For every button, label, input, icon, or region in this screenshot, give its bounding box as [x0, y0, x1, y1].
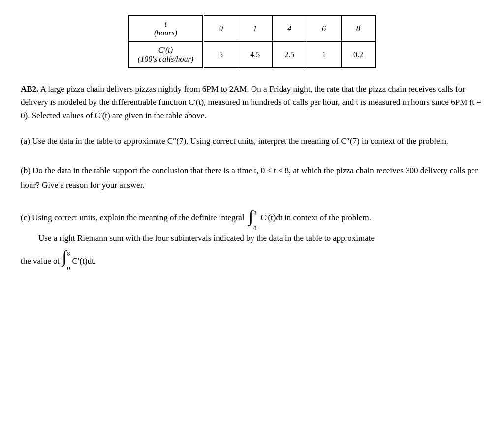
part-c-line3: the value of ∫ 8 0 C′(t)dt. [21, 249, 483, 268]
col-4: 4 [272, 15, 307, 42]
problem-label: AB2. [21, 84, 38, 94]
integral-symbol-c2: ∫ [62, 250, 66, 263]
row-header-cell: C′(t) (100′s calls/hour) [128, 42, 203, 68]
row-header-units: (100′s calls/hour) [138, 55, 193, 63]
part-c-line3-pre: the value of [21, 254, 60, 268]
val-6: 1 [307, 42, 341, 68]
val-1: 4.5 [238, 42, 272, 68]
part-c-block: (c) Using correct units, explain the mea… [21, 208, 483, 268]
row-header-cprime: C′(t) [158, 46, 173, 54]
val-4: 2.5 [272, 42, 307, 68]
integral-symbol-c: ∫ [249, 209, 253, 223]
part-b-text: Do the data in the table support the con… [21, 166, 478, 190]
part-b-block: (b) Do the data in the table support the… [21, 164, 483, 193]
part-c-line1-post: C′(t)dt in context of the problem. [260, 213, 371, 222]
part-a-block: (a) Use the data in the table to approxi… [21, 134, 483, 149]
part-a-text: Use the data in the table to approximate… [30, 136, 448, 146]
integral-lower-c2: 0 [67, 264, 70, 273]
col-header-cell: t (hours) [128, 15, 203, 42]
col-6: 6 [307, 15, 341, 42]
data-table: t (hours) 0 1 4 6 8 C′(t) (100′s calls/h… [128, 15, 376, 68]
col-1: 1 [238, 15, 272, 42]
problem-text: A large pizza chain delivers pizzas nigh… [21, 84, 481, 120]
part-a-label: (a) [21, 136, 30, 146]
page-content: t (hours) 0 1 4 6 8 C′(t) (100′s calls/h… [21, 15, 483, 268]
part-c-line3-post: C′(t)dt. [72, 254, 96, 268]
col-0: 0 [203, 15, 238, 42]
val-0: 5 [203, 42, 238, 68]
part-c-line2-text: Use a right Riemann sum with the four su… [38, 234, 375, 243]
integral-upper-c2: 8 [67, 249, 70, 259]
val-8: 0.2 [341, 42, 376, 68]
part-c-line1: (c) Using correct units, explain the mea… [21, 208, 483, 228]
part-b-label: (b) [21, 166, 31, 175]
integral-upper-c: 8 [253, 208, 256, 218]
part-c-line1-pre: (c) Using correct units, explain the mea… [21, 213, 245, 222]
integral-lower-c: 0 [253, 223, 256, 233]
table-container: t (hours) 0 1 4 6 8 C′(t) (100′s calls/h… [21, 15, 483, 68]
problem-block: AB2. A large pizza chain delivers pizzas… [21, 82, 483, 123]
col-header-t: t [164, 20, 166, 28]
part-c-line2: Use a right Riemann sum with the four su… [21, 232, 483, 246]
col-8: 8 [341, 15, 376, 42]
col-header-hours: (hours) [154, 29, 177, 37]
